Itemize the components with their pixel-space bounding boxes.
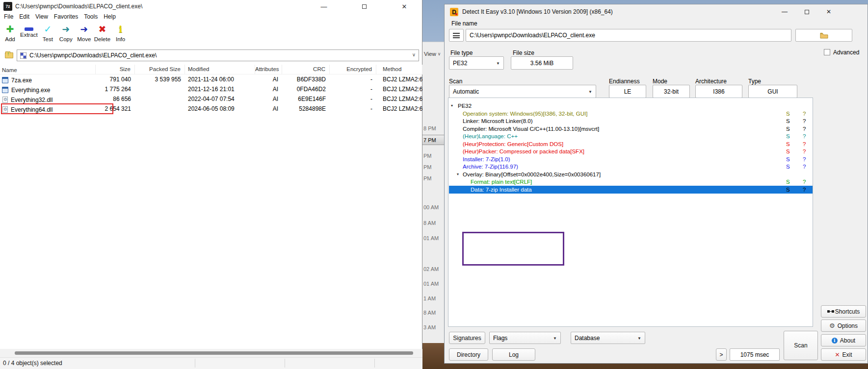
tree-row[interactable]: ▾Overlay: Binary[Offset=0x0002e400,Size=… (449, 171, 813, 178)
expand-arrow-icon[interactable]: ▾ (451, 102, 453, 110)
table-cell: 791 040 (96, 74, 135, 84)
maximize-button[interactable] (798, 4, 815, 19)
toolbar-copy-button[interactable]: ➜Copy (57, 22, 75, 48)
recent-files-button[interactable] (449, 29, 464, 42)
tree-row[interactable]: Linker: Microsoft Linker(8.0)S? (449, 117, 813, 125)
status-question: ? (803, 125, 806, 133)
sevenzip-app-icon: 7z (3, 2, 12, 11)
directory-button[interactable]: Directory (449, 348, 488, 361)
menu-item-help[interactable]: Help (101, 13, 119, 22)
status-question: ? (803, 117, 806, 125)
folder-icon (820, 32, 828, 39)
table-row[interactable]: Everything32.dll86 6562022-04-07 07:54AI… (0, 94, 422, 104)
expand-button[interactable]: > (716, 348, 727, 361)
toolbar-move-button[interactable]: ➜Move (75, 22, 93, 48)
close-button[interactable]: ✕ (820, 4, 837, 19)
endianness-label: Endianness (609, 78, 640, 85)
status-question: ? (803, 155, 806, 163)
table-cell: B6DF338D (282, 74, 330, 84)
status-letter: S (786, 163, 790, 171)
maximize-button[interactable] (355, 0, 373, 13)
tree-row[interactable]: ▾PE32 (449, 102, 813, 110)
address-dropdown-icon[interactable]: ∨ (412, 52, 416, 57)
file-name-label: File name (451, 20, 477, 27)
toolbar-extract-button[interactable]: Extract (19, 22, 39, 48)
menu-item-favorites[interactable]: Favorites (51, 13, 81, 22)
advanced-checkbox[interactable] (824, 49, 830, 55)
column-header-size[interactable]: Size (96, 65, 135, 74)
file-name: Everything.exe (11, 87, 50, 94)
file-table-header: NameSizePacked SizeModifiedAttributesCRC… (0, 65, 422, 74)
tree-row[interactable]: (Heur)Protection: Generic[Custom DOS]S? (449, 140, 813, 148)
address-bar[interactable]: C:\Users\pwnpc\Downloads\ELPACO_client.e… (17, 49, 419, 61)
tree-row-text: PE32 (458, 102, 472, 110)
menu-item-file[interactable]: File (1, 13, 16, 22)
tree-row[interactable]: Archive: 7-Zip(116.97)S? (449, 163, 813, 171)
time-item: 8 PM (423, 125, 436, 131)
signatures-button[interactable]: Signatures (449, 332, 485, 344)
database-combo[interactable]: Database▼ (571, 332, 645, 344)
table-cell: 5284898E (282, 104, 330, 114)
toolbar-add-button[interactable]: ✚Add (1, 22, 19, 48)
minimize-button[interactable]: — (315, 0, 333, 13)
tree-row-text: Installer: 7-Zip(1.0) (463, 155, 510, 163)
tree-row[interactable]: Operation system: Windows(95)[I386, 32-b… (449, 110, 813, 118)
menu-item-view[interactable]: View (32, 13, 51, 22)
about-button[interactable]: iAbout (821, 334, 866, 346)
dropdown-icon: ▼ (637, 336, 641, 340)
column-header-encrypted[interactable]: Encrypted (330, 65, 376, 74)
status-question: ? (803, 140, 806, 148)
status-letter: S (786, 178, 790, 186)
tree-row[interactable]: (Heur)Language: C++S? (449, 132, 813, 140)
table-row[interactable]: 7za.exe791 0403 539 9552021-11-24 06:00A… (0, 74, 422, 84)
tree-row[interactable]: Format: plain text[CRLF]S? (449, 178, 813, 186)
tree-row-text: Operation system: Windows(95)[I386, 32-b… (463, 110, 587, 118)
tree-row[interactable]: Data: 7-zip Installer dataS? (449, 186, 813, 194)
info-icon: i (832, 338, 838, 344)
file-path-input[interactable]: C:\Users\pwnpc\Downloads\ELPACO_client.e… (466, 29, 791, 42)
tree-row-text: Overlay: Binary[Offset=0x0002e400,Size=0… (463, 171, 601, 178)
scan-button[interactable]: Scan (784, 331, 818, 360)
column-header-method[interactable]: Method (376, 65, 422, 74)
file-name: 7za.exe (11, 77, 32, 84)
expand-arrow-icon[interactable]: ▾ (457, 171, 459, 178)
move-icon: ➜ (80, 23, 88, 35)
toolbar-info-button[interactable]: iInfo (111, 22, 130, 48)
open-file-button[interactable] (795, 29, 852, 42)
dropdown-icon: ▼ (553, 336, 557, 340)
exit-button[interactable]: ✕Exit (821, 348, 866, 361)
column-header-modified[interactable]: Modified (185, 65, 255, 74)
menu-item-edit[interactable]: Edit (16, 13, 32, 22)
options-button[interactable]: ⚙Options (821, 320, 866, 332)
table-row[interactable]: Everything.exe1 775 2642021-12-16 21:01A… (0, 84, 422, 94)
file-type-combo[interactable]: PE32▼ (449, 56, 504, 70)
flags-combo[interactable]: Flags▼ (489, 332, 561, 344)
table-cell: BCJ2 LZMA2:6. (376, 104, 422, 114)
tree-row[interactable]: (Heur)Packer: Compressed or packed data[… (449, 148, 813, 155)
column-header-crc[interactable]: CRC (282, 65, 330, 74)
sevenzip-titlebar: 7z C:\Users\pwnpc\Downloads\ELPACO_clien… (0, 0, 422, 13)
column-header-packed-size[interactable]: Packed Size (135, 65, 185, 74)
column-header-attributes[interactable]: Attributes (255, 65, 282, 74)
close-button[interactable]: ✕ (395, 0, 413, 13)
log-button[interactable]: Log (492, 348, 535, 361)
toolbar-delete-button[interactable]: ✖Delete (93, 22, 111, 48)
column-header-name[interactable]: Name (0, 65, 96, 74)
exe-file-icon (2, 87, 8, 93)
horizontal-scrollbar[interactable] (0, 349, 422, 357)
table-cell: BCJ2 LZMA2:6. (376, 84, 422, 94)
tree-row-text: (Heur)Language: C++ (463, 132, 518, 140)
background-view-label: View ∨ (424, 51, 441, 57)
toolbar-test-button[interactable]: ✓Test (39, 22, 57, 48)
scrollbar-thumb[interactable] (15, 351, 413, 355)
table-row[interactable]: Everything64.dll2 654 3212024-06-05 08:0… (0, 104, 422, 114)
tree-row[interactable]: Installer: 7-Zip(1.0)S? (449, 155, 813, 163)
up-one-level-button[interactable]: ↑ (2, 49, 15, 61)
shortcuts-button[interactable]: Shortcuts (821, 305, 866, 318)
menu-item-tools[interactable]: Tools (81, 13, 101, 22)
scan-mode-combo[interactable]: Automatic▼ (449, 85, 596, 98)
tree-row-text: Format: plain text[CRLF] (471, 178, 532, 186)
sevenzip-window-title: C:\Users\pwnpc\Downloads\ELPACO_client.e… (15, 3, 142, 10)
tree-row[interactable]: Compiler: Microsoft Visual C/C++(11.00-1… (449, 125, 813, 133)
minimize-button[interactable]: — (776, 4, 793, 19)
